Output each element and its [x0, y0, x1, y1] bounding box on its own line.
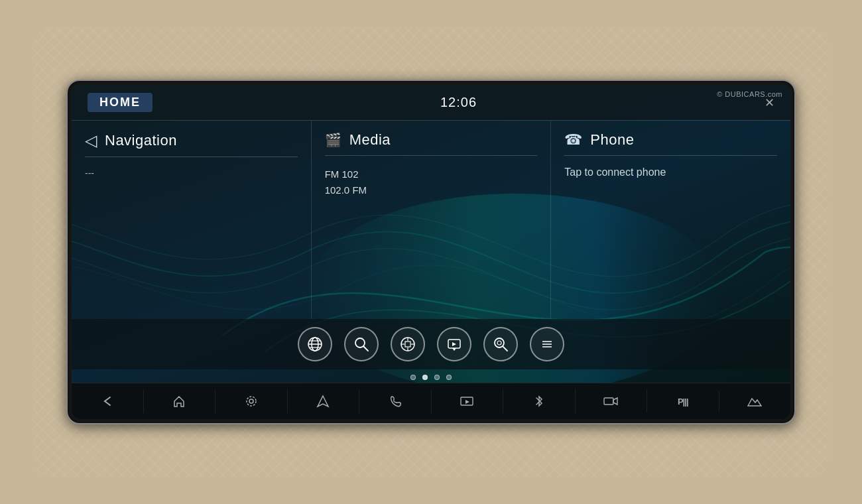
navigation-title-row: ◁ Navigation [85, 131, 298, 157]
bottom-icon-bar [72, 319, 790, 369]
svg-point-24 [247, 397, 256, 406]
media-line2: 102.0 FM [325, 182, 538, 198]
bluetooth-button[interactable] [503, 389, 576, 414]
navigation-subtitle: --- [85, 162, 298, 178]
svg-line-17 [503, 347, 508, 351]
screen: © DUBICARS.com [72, 85, 790, 419]
navigation-column[interactable]: ◁ Navigation --- [72, 121, 312, 319]
media-line1: FM 102 [325, 166, 538, 182]
search2-icon[interactable] [483, 327, 518, 361]
navigation-label: Navigation [105, 132, 177, 149]
phone-label: Phone [590, 131, 634, 149]
parking-button[interactable]: P||| [647, 391, 719, 412]
phone-nav-button[interactable] [359, 389, 432, 413]
phone-title-row: ☎ Phone [564, 131, 777, 156]
back-button[interactable] [72, 389, 144, 413]
svg-point-18 [497, 341, 501, 345]
navigation-button[interactable] [288, 389, 360, 413]
watermark: © DUBICARS.com [717, 90, 782, 98]
camera-button[interactable] [576, 390, 648, 412]
bottom-nav-bar: P||| [72, 383, 790, 419]
media-icon: 🎬 [325, 132, 341, 148]
svg-point-23 [249, 399, 253, 403]
car-surround: © DUBICARS.com [33, 27, 829, 477]
dot-3[interactable] [434, 375, 440, 380]
media-label: Media [349, 131, 391, 149]
home-button[interactable] [144, 389, 216, 413]
search-icon[interactable] [344, 327, 379, 361]
home-label: HOME [88, 93, 153, 112]
screen-mirror-icon[interactable] [437, 327, 471, 361]
navigation-icon: ◁ [85, 131, 97, 150]
star-list-icon[interactable] [530, 327, 564, 361]
media-title-row: 🎬 Media [325, 131, 538, 156]
svg-rect-26 [604, 398, 613, 405]
main-content: ◁ Navigation --- 🎬 Media FM 102 102.0 FM [72, 121, 790, 319]
screen-bezel: © DUBICARS.com [66, 80, 796, 424]
clock-display: 12:06 [440, 95, 477, 110]
media-info: FM 102 102.0 FM [325, 161, 538, 198]
phone-connect-label: Tap to connect phone [564, 161, 777, 178]
grid-icon[interactable] [391, 327, 425, 361]
pagination-dots [72, 369, 790, 383]
phone-column[interactable]: ☎ Phone Tap to connect phone [551, 121, 790, 319]
svg-rect-10 [405, 342, 410, 347]
terrain-button[interactable] [719, 391, 791, 412]
dot-2[interactable] [422, 375, 428, 380]
phone-icon: ☎ [564, 131, 582, 149]
map-globe-icon[interactable] [298, 327, 332, 361]
settings-button[interactable] [216, 389, 288, 413]
media-column[interactable]: 🎬 Media FM 102 102.0 FM [312, 121, 552, 319]
media-nav-button[interactable] [432, 389, 504, 413]
svg-line-8 [364, 347, 369, 351]
dot-1[interactable] [410, 375, 416, 380]
dot-4[interactable] [446, 375, 452, 380]
header: HOME 12:06 ✕ [72, 85, 790, 120]
